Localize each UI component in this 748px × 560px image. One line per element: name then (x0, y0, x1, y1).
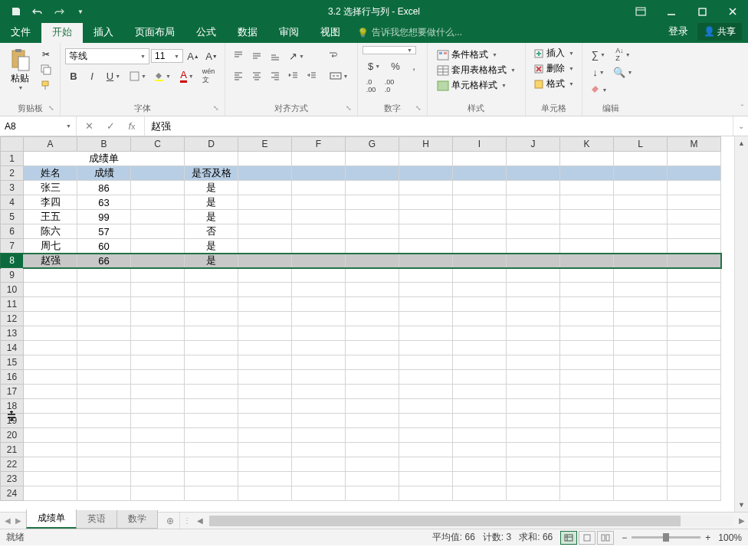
cell[interactable] (77, 312, 131, 326)
cell[interactable]: 陈六 (24, 224, 77, 239)
cell[interactable] (238, 414, 292, 428)
cell[interactable] (668, 195, 721, 210)
cell[interactable] (507, 370, 560, 385)
cell[interactable] (399, 181, 453, 195)
row-header-15[interactable]: 15 (1, 355, 24, 370)
cell[interactable] (238, 254, 292, 268)
cell[interactable] (560, 268, 614, 283)
cell[interactable] (560, 385, 614, 399)
cell[interactable] (668, 297, 721, 312)
cell[interactable] (131, 224, 185, 239)
cell[interactable] (346, 443, 399, 457)
cell[interactable] (614, 210, 668, 224)
cell[interactable] (668, 166, 721, 181)
cell[interactable] (77, 428, 131, 443)
cell[interactable] (131, 181, 185, 195)
cell[interactable] (560, 370, 614, 385)
cell[interactable] (399, 341, 453, 355)
cell[interactable] (507, 152, 560, 166)
scroll-up-icon[interactable]: ▲ (735, 136, 748, 150)
cell[interactable] (507, 486, 560, 501)
cell[interactable] (399, 210, 453, 224)
increase-indent-icon[interactable] (303, 67, 320, 84)
cell[interactable] (77, 486, 131, 501)
row-header-8[interactable]: 8 (1, 254, 24, 268)
tab-开始[interactable]: 开始 (41, 21, 83, 43)
cell[interactable] (560, 457, 614, 472)
cell[interactable] (346, 428, 399, 443)
cell[interactable] (185, 312, 238, 326)
qat-customize-icon[interactable]: ▼ (71, 2, 90, 21)
cell[interactable] (614, 385, 668, 399)
cell[interactable] (399, 428, 453, 443)
cell[interactable]: 66 (77, 254, 131, 268)
enter-icon[interactable]: ✓ (101, 119, 120, 134)
minimize-icon[interactable] (659, 2, 684, 21)
cell[interactable] (131, 210, 185, 224)
cell[interactable] (346, 152, 399, 166)
cell[interactable] (185, 486, 238, 501)
col-header-J[interactable]: J (507, 137, 560, 152)
undo-icon[interactable] (28, 2, 48, 21)
currency-icon[interactable]: $▼ (363, 57, 385, 74)
dialog-launcher-icon[interactable]: ⤡ (48, 104, 57, 113)
cell[interactable] (185, 385, 238, 399)
col-header-L[interactable]: L (614, 137, 668, 152)
cell[interactable] (453, 428, 507, 443)
cell[interactable] (614, 195, 668, 210)
cell[interactable] (668, 385, 721, 399)
cell[interactable] (346, 312, 399, 326)
cell[interactable] (399, 283, 453, 297)
fx-icon[interactable]: fx (123, 119, 141, 134)
orientation-icon[interactable]: ↗▼ (285, 47, 308, 64)
cell[interactable] (292, 239, 346, 254)
cell[interactable] (668, 268, 721, 283)
cell[interactable] (131, 166, 185, 181)
sheet-next-icon[interactable]: ▶ (15, 516, 21, 525)
merge-center-icon[interactable]: ▼ (325, 67, 353, 84)
cell[interactable] (292, 326, 346, 341)
font-size-selector[interactable]: 11▼ (151, 49, 183, 63)
row-header-7[interactable]: 7 (1, 239, 24, 254)
cell[interactable] (399, 254, 453, 268)
cell[interactable] (185, 428, 238, 443)
cell[interactable] (668, 457, 721, 472)
align-bottom-icon[interactable] (267, 47, 284, 64)
cell[interactable] (453, 181, 507, 195)
italic-button[interactable]: I (84, 67, 100, 84)
cell[interactable] (24, 370, 77, 385)
row-header-20[interactable]: 20 (1, 428, 24, 443)
find-select-icon[interactable]: 🔍▼ (612, 64, 635, 80)
row-header-22[interactable]: 22 (1, 457, 24, 472)
decrease-font-icon[interactable]: A▼ (203, 47, 220, 64)
cell[interactable] (399, 457, 453, 472)
cell[interactable] (292, 268, 346, 283)
cell[interactable] (453, 283, 507, 297)
format-table-button[interactable]: 套用表格格式▼ (434, 63, 519, 77)
scroll-down-icon[interactable]: ▼ (735, 498, 748, 512)
cell[interactable] (77, 297, 131, 312)
cell[interactable] (131, 341, 185, 355)
cell[interactable] (507, 341, 560, 355)
cell[interactable] (185, 326, 238, 341)
cell[interactable] (560, 428, 614, 443)
cell[interactable] (614, 341, 668, 355)
cell[interactable] (346, 239, 399, 254)
cell[interactable]: 赵强 (24, 254, 77, 268)
col-header-D[interactable]: D (185, 137, 238, 152)
cell[interactable] (507, 268, 560, 283)
row-header-14[interactable]: 14 (1, 341, 24, 355)
col-header-M[interactable]: M (668, 137, 721, 152)
cell[interactable] (507, 224, 560, 239)
cell[interactable] (346, 341, 399, 355)
align-center-icon[interactable] (248, 67, 265, 84)
cell[interactable] (507, 428, 560, 443)
cell[interactable] (560, 355, 614, 370)
view-normal-icon[interactable] (560, 531, 577, 545)
row-header-2[interactable]: 2 (1, 166, 24, 181)
cell[interactable] (238, 457, 292, 472)
cell[interactable] (292, 210, 346, 224)
redo-icon[interactable] (49, 2, 69, 21)
row-header-24[interactable]: 24 (1, 486, 24, 501)
align-middle-icon[interactable] (248, 47, 265, 64)
